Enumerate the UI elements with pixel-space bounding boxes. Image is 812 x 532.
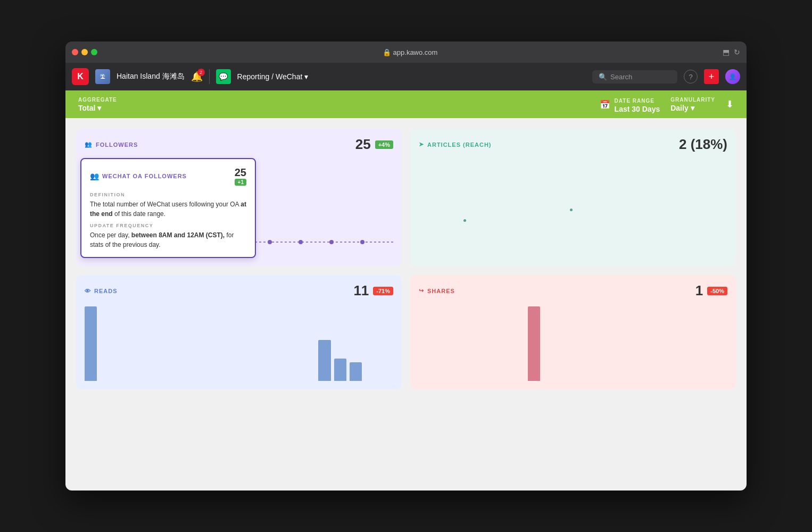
calendar-icon: 📅 xyxy=(600,99,610,110)
tooltip-stat-group: 25 +1 xyxy=(235,167,246,186)
articles-card-header: ➤ ARTICLES (REACH) 2 (18%) xyxy=(410,129,736,158)
maximize-button[interactable] xyxy=(91,49,97,55)
account-label: Haitan Island 海滩岛 xyxy=(117,72,185,81)
granularity-selector[interactable]: GRANULARITY Daily ▾ xyxy=(670,97,715,112)
chart-dot-2 xyxy=(570,209,573,211)
bar xyxy=(318,340,330,381)
date-range-value: Last 30 Days xyxy=(615,105,660,113)
definition-label: DEFINITION xyxy=(90,192,246,197)
reads-card-header: 👁 READS 11 -71% xyxy=(76,275,402,304)
avatar-img: 👤 xyxy=(729,73,736,80)
traffic-lights xyxy=(72,49,97,55)
shares-card: ↪ SHARES 1 -50% xyxy=(410,275,736,389)
add-button[interactable]: + xyxy=(704,69,719,84)
share-icon[interactable]: ⬒ xyxy=(723,48,730,56)
svg-point-7 xyxy=(299,240,303,244)
reads-value: 11 xyxy=(353,282,369,299)
shares-value: 1 xyxy=(695,282,703,299)
tooltip-title-row: 👥 WECHAT OA FOLLOWERS xyxy=(90,172,187,180)
svg-point-9 xyxy=(360,240,364,244)
title-bar: 🔒 app.kawo.com ⬒ ↻ xyxy=(65,41,747,63)
shares-label: SHARES xyxy=(427,288,455,294)
articles-icon: ➤ xyxy=(419,141,424,148)
bar xyxy=(85,306,97,381)
followers-card-body: 👥 WECHAT OA FOLLOWERS 25 +1 DEFINITION T… xyxy=(76,158,402,267)
reads-title: 👁 READS xyxy=(85,288,118,294)
bar xyxy=(334,359,346,381)
shares-badge: -50% xyxy=(707,287,727,295)
reads-card: 👁 READS 11 -71% xyxy=(76,275,402,389)
download-icon: ⬇ xyxy=(726,99,734,110)
nav-section-dropdown[interactable]: Reporting / WeChat ▾ xyxy=(237,72,309,81)
followers-label: FOLLOWERS xyxy=(96,142,138,148)
nav-section-label: Reporting / WeChat xyxy=(237,72,303,81)
followers-tooltip: 👥 WECHAT OA FOLLOWERS 25 +1 DEFINITION T… xyxy=(80,158,256,258)
help-icon: ? xyxy=(689,73,692,81)
tooltip-stat-value: 25 xyxy=(235,167,246,179)
aggregate-value: Total ▾ xyxy=(78,104,117,112)
chevron-down-icon: ▾ xyxy=(304,72,308,81)
url-text: app.kawo.com xyxy=(393,48,438,56)
aggregate-text: Total xyxy=(78,104,95,112)
close-button[interactable] xyxy=(72,49,78,55)
tooltip-followers-icon: 👥 xyxy=(90,172,99,180)
definition-text: The total number of WeChat users followi… xyxy=(90,200,246,219)
svg-point-8 xyxy=(329,240,334,244)
tooltip-followers-title: WECHAT OA FOLLOWERS xyxy=(102,173,187,179)
shares-chart xyxy=(410,304,736,389)
tooltip-stat-badge: +1 xyxy=(235,179,246,186)
lock-icon: 🔒 xyxy=(383,48,391,56)
followers-card-header: 👥 FOLLOWERS 25 +4% xyxy=(76,129,402,158)
help-button[interactable]: ? xyxy=(684,70,698,84)
browser-window: 🔒 app.kawo.com ⬒ ↻ K 🏝 Haitan Island 海滩岛… xyxy=(65,41,747,491)
date-range-text: DATE RANGE Last 30 Days xyxy=(615,95,660,113)
articles-label: ARTICLES (REACH) xyxy=(427,142,492,148)
reads-chart xyxy=(76,304,402,389)
user-avatar[interactable]: 👤 xyxy=(725,69,740,84)
notification-count: 2 xyxy=(197,69,205,76)
filter-toolbar: AGGREGATE Total ▾ 📅 DATE RANGE Last 30 D… xyxy=(65,90,747,118)
toolbar-right: 📅 DATE RANGE Last 30 Days GRANULARITY Da… xyxy=(600,95,734,113)
shares-icon: ↪ xyxy=(419,287,424,294)
update-bold: between 8AM and 12AM (CST), xyxy=(131,231,225,239)
definition-text-before: The total number of WeChat users followi… xyxy=(90,201,239,208)
date-range-selector[interactable]: 📅 DATE RANGE Last 30 Days xyxy=(600,95,660,113)
reads-icon: 👁 xyxy=(85,288,91,294)
reads-label: READS xyxy=(94,288,118,294)
followers-card: 👥 FOLLOWERS 25 +4% 👥 WECHAT xyxy=(76,129,402,267)
search-label: Search xyxy=(610,73,632,81)
definition-text-after: of this date range. xyxy=(114,210,165,218)
granularity-text: Daily xyxy=(670,104,688,112)
bar xyxy=(350,362,362,381)
bar xyxy=(528,306,540,381)
shares-stat: 1 -50% xyxy=(695,282,727,299)
shares-title: ↪ SHARES xyxy=(419,287,455,294)
nav-bar: K 🏝 Haitan Island 海滩岛 🔔 2 💬 Reporting / … xyxy=(65,63,747,90)
notifications-bell[interactable]: 🔔 2 xyxy=(191,71,203,82)
articles-value: 2 (18%) xyxy=(679,136,727,153)
followers-stat: 25 +4% xyxy=(355,136,393,153)
plus-icon: + xyxy=(709,71,715,82)
update-text-before: Once per day, xyxy=(90,231,129,239)
chart-dot-1 xyxy=(463,219,466,222)
followers-title: 👥 FOLLOWERS xyxy=(85,141,138,148)
followers-value: 25 xyxy=(355,136,371,153)
app-logo[interactable]: K xyxy=(72,68,89,85)
granularity-chevron: ▾ xyxy=(691,104,694,112)
search-icon: 🔍 xyxy=(599,73,607,81)
search-box[interactable]: 🔍 Search xyxy=(592,70,677,84)
account-name[interactable]: Haitan Island 海滩岛 xyxy=(117,72,185,81)
url-bar[interactable]: 🔒 app.kawo.com xyxy=(102,48,718,56)
articles-title: ➤ ARTICLES (REACH) xyxy=(419,141,492,148)
minimize-button[interactable] xyxy=(81,49,88,55)
cards-grid: 👥 FOLLOWERS 25 +4% 👥 WECHAT xyxy=(76,129,736,389)
main-content: 👥 FOLLOWERS 25 +4% 👥 WECHAT xyxy=(65,118,747,491)
granularity-value: Daily ▾ xyxy=(670,104,715,112)
svg-point-6 xyxy=(268,240,272,244)
aggregate-selector[interactable]: AGGREGATE Total ▾ xyxy=(78,97,117,112)
nav-divider xyxy=(209,69,210,84)
download-button[interactable]: ⬇ xyxy=(726,98,734,110)
reload-icon[interactable]: ↻ xyxy=(734,48,740,56)
shares-card-header: ↪ SHARES 1 -50% xyxy=(410,275,736,304)
update-freq-label: UPDATE FREQUENCY xyxy=(90,223,246,228)
